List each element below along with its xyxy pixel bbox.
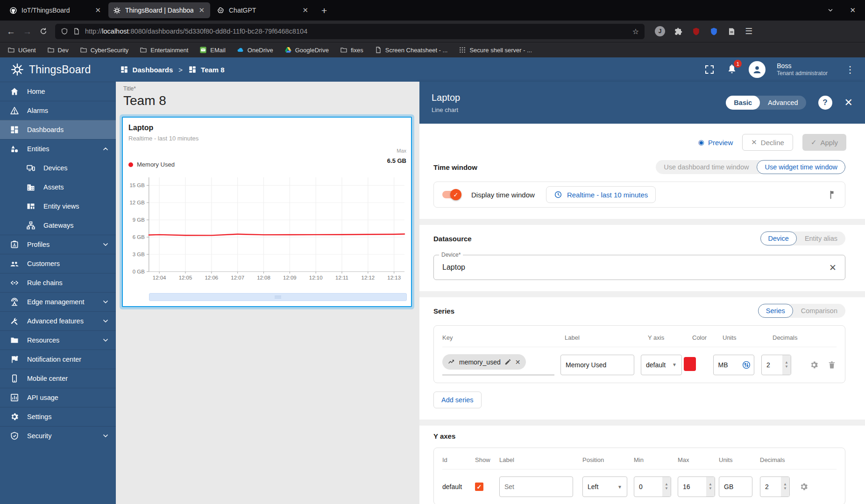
- chart-legend[interactable]: Memory Used: [128, 161, 175, 168]
- preview-button[interactable]: ◉Preview: [698, 138, 733, 147]
- y-axis-decimals-stepper[interactable]: 2▲▼: [760, 476, 790, 497]
- breadcrumb-dashboards[interactable]: Dashboards: [120, 65, 173, 74]
- comparison-option[interactable]: Comparison: [793, 304, 845, 318]
- kebab-menu-icon[interactable]: ⋮: [845, 64, 855, 75]
- sidebar-item-rule-chains[interactable]: Rule chains: [0, 273, 116, 292]
- y-axis-min-stepper[interactable]: 0▲▼: [634, 476, 671, 497]
- browser-tab-iot-thingsboard[interactable]: IoT/ThingsBoard✕: [5, 2, 106, 18]
- device-clear-icon[interactable]: ✕: [829, 262, 837, 273]
- chevron-down-icon[interactable]: [102, 317, 109, 325]
- bookmark-fixes[interactable]: fixes: [340, 46, 363, 54]
- sidebar-item-advanced-features[interactable]: Advanced features: [0, 311, 116, 330]
- bookmark-cybersecurity[interactable]: CyberSecurity: [80, 46, 129, 54]
- sidebar-item-devices[interactable]: Devices: [0, 158, 116, 177]
- series-label-field[interactable]: [560, 355, 634, 375]
- chart-area[interactable]: 0 GB3 GB6 GB9 GB12 GB15 GB12:0412:0512:0…: [126, 173, 408, 289]
- sidebar-toggle-icon[interactable]: [727, 27, 736, 36]
- page-info-icon[interactable]: [73, 28, 80, 35]
- apply-button[interactable]: ✓Apply: [802, 134, 846, 151]
- reload-icon[interactable]: [39, 27, 48, 35]
- window-close-icon[interactable]: ✕: [850, 6, 856, 14]
- menu-hamburger-icon[interactable]: ☰: [745, 26, 752, 36]
- series-settings-gear-icon[interactable]: [809, 360, 819, 370]
- stepper-arrows-icon[interactable]: ▲▼: [781, 477, 789, 497]
- y-axis-position-select[interactable]: Left▼: [582, 476, 627, 497]
- y-axis-label-field[interactable]: [499, 476, 573, 497]
- series-key-field[interactable]: memory_used ✕: [442, 354, 554, 375]
- y-axis-show-checkbox[interactable]: ✓: [475, 483, 483, 491]
- dashboard-title-field[interactable]: Title* Team 8: [116, 82, 419, 108]
- series-delete-trash-icon[interactable]: [827, 360, 837, 370]
- bookmark-email[interactable]: EMail: [199, 46, 226, 54]
- bookmark-secure-shell-server[interactable]: Secure shell server - ...: [459, 46, 532, 54]
- decline-button[interactable]: ✕Decline: [742, 134, 793, 151]
- tab-close-icon[interactable]: ✕: [198, 6, 206, 14]
- tab-close-icon[interactable]: ✕: [301, 6, 309, 14]
- datasource-device-option[interactable]: Device: [760, 231, 797, 245]
- sidebar-item-profiles[interactable]: Profiles: [0, 235, 116, 254]
- realtime-window-button[interactable]: Realtime - last 10 minutes: [546, 186, 656, 203]
- series-key-chip[interactable]: memory_used ✕: [442, 354, 526, 370]
- dashboard-title-value[interactable]: Team 8: [123, 93, 419, 108]
- ublock-icon[interactable]: [692, 27, 701, 36]
- y-axis-max-stepper[interactable]: 16▲▼: [678, 476, 715, 497]
- tracking-shield-icon[interactable]: [61, 28, 68, 35]
- series-units-field[interactable]: MB: [713, 355, 754, 375]
- chip-remove-icon[interactable]: ✕: [515, 358, 521, 366]
- bookmark-screen-cheatsheet[interactable]: Screen Cheatsheet - ...: [375, 46, 448, 54]
- add-series-button[interactable]: Add series: [433, 392, 482, 408]
- help-icon[interactable]: ?: [818, 96, 832, 110]
- series-option[interactable]: Series: [758, 304, 793, 318]
- series-yaxis-select[interactable]: default▼: [641, 355, 682, 375]
- datasource-entity-alias-option[interactable]: Entity alias: [797, 231, 845, 245]
- chart-pan-scrollbar[interactable]: [149, 293, 407, 301]
- new-tab-button[interactable]: +: [321, 6, 327, 15]
- edit-pencil-icon[interactable]: [504, 358, 511, 365]
- bookmark-star-icon[interactable]: ☆: [632, 27, 639, 36]
- user-meta[interactable]: Boss Tenant administrator: [777, 62, 828, 77]
- series-label-input[interactable]: [566, 361, 629, 369]
- sidebar-item-security[interactable]: Security: [0, 426, 116, 445]
- y-axis-settings-gear-icon[interactable]: [799, 482, 808, 491]
- breadcrumb-current[interactable]: Team 8: [188, 65, 225, 74]
- sidebar-item-api-usage[interactable]: API usage: [0, 388, 116, 407]
- device-field[interactable]: Device* ✕: [433, 255, 845, 280]
- bookmark-onedrive[interactable]: OneDrive: [237, 46, 273, 54]
- device-input[interactable]: [442, 263, 829, 272]
- sidebar-item-dashboards[interactable]: Dashboards: [0, 120, 116, 139]
- chevron-down-icon[interactable]: [102, 241, 109, 248]
- tab-close-icon[interactable]: ✕: [94, 6, 102, 14]
- unit-convert-icon[interactable]: [742, 360, 751, 370]
- sidebar-item-gateways[interactable]: Gateways: [0, 216, 116, 235]
- bitwarden-icon[interactable]: [709, 27, 718, 36]
- browser-tab-chatgpt[interactable]: ChatGPT✕: [212, 2, 314, 18]
- fullscreen-icon[interactable]: [704, 64, 715, 75]
- y-axis-label-input[interactable]: [504, 483, 568, 490]
- url-bar[interactable]: http://localhost:8080/dashboards/5d330f8…: [55, 24, 645, 39]
- panel-close-icon[interactable]: ✕: [844, 97, 853, 109]
- app-logo[interactable]: ThingsBoard: [10, 63, 91, 77]
- stepper-arrows-icon[interactable]: ▲▼: [662, 477, 671, 497]
- extensions-puzzle-icon[interactable]: [674, 27, 683, 36]
- chevron-up-icon[interactable]: [102, 145, 109, 153]
- avatar[interactable]: [749, 61, 766, 78]
- sidebar-item-settings[interactable]: Settings: [0, 407, 116, 426]
- sidebar-item-customers[interactable]: Customers: [0, 254, 116, 273]
- y-axis-units-field[interactable]: [719, 476, 752, 497]
- use-widget-time-window-option[interactable]: Use widget time window: [757, 160, 845, 174]
- sidebar-item-mobile-center[interactable]: Mobile center: [0, 369, 116, 388]
- use-dashboard-time-window-option[interactable]: Use dashboard time window: [656, 160, 757, 174]
- chevron-down-icon[interactable]: [102, 336, 109, 344]
- sidebar-item-alarms[interactable]: Alarms: [0, 101, 116, 120]
- stepper-arrows-icon[interactable]: ▲▼: [782, 355, 791, 375]
- chevron-down-icon[interactable]: [102, 432, 109, 440]
- back-button[interactable]: ←: [7, 27, 15, 36]
- bookmark-entertainment[interactable]: Entertainment: [140, 46, 188, 54]
- series-color-swatch[interactable]: [684, 357, 696, 371]
- tab-list-chevron-icon[interactable]: [827, 7, 834, 14]
- sidebar-item-home[interactable]: Home: [0, 82, 116, 101]
- legend-series-label[interactable]: Memory Used: [137, 161, 175, 168]
- line-chart-widget[interactable]: Laptop Realtime - last 10 minutes Memory…: [122, 117, 412, 307]
- sidebar-item-entities[interactable]: Entities: [0, 139, 116, 158]
- sidebar-item-edge-management[interactable]: Edge management: [0, 292, 116, 311]
